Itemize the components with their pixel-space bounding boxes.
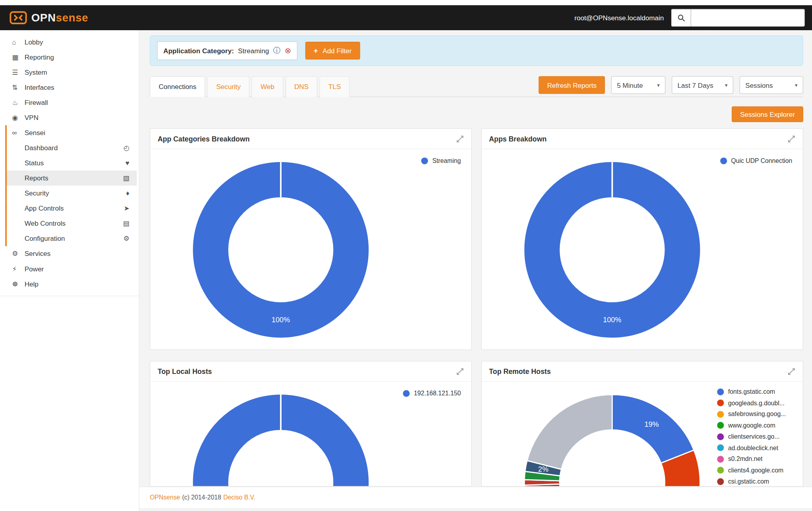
legend-dot [717, 399, 724, 406]
sidebar-item-power[interactable]: ⚡Power [5, 261, 137, 277]
donut-chart: 100% [185, 155, 376, 345]
legend-dot [717, 455, 724, 462]
page-footer: OPNsense (c) 2014-2018 Deciso B.V. [139, 487, 812, 508]
refresh-reports-button[interactable]: Refresh Reports [539, 76, 605, 94]
sidebar: ⌂Lobby▦Reporting☰System⇅Interfaces♨Firew… [0, 30, 139, 511]
search-icon [677, 14, 685, 22]
legend-item: ad.doubleclick.net [717, 444, 796, 451]
sidebar-item-help[interactable]: ☸Help [5, 277, 137, 292]
sidebar-item-system[interactable]: ☰System [5, 65, 137, 80]
opnsense-footer-link[interactable]: OPNsense [150, 494, 180, 501]
info-icon[interactable]: ⓘ [273, 46, 280, 56]
plus-icon: + [314, 46, 318, 55]
deciso-footer-link[interactable]: Deciso B.V. [223, 494, 255, 501]
sessions-explorer-button[interactable]: Sessions Explorer [732, 106, 803, 122]
top-bar-right: root@OPNsense.localdomain [574, 9, 804, 27]
top-bar: OPNsense root@OPNsense.localdomain [0, 5, 812, 30]
sidebar-item-label: System [25, 68, 47, 76]
panel-app-categories-breakdown: App Categories Breakdown 100% Streaming [150, 128, 472, 350]
legend-item: safebrowsing.goog... [717, 410, 796, 418]
explorer-row: Sessions Explorer [150, 106, 803, 122]
legend-label: 192.168.121.150 [414, 389, 461, 397]
add-filter-button[interactable]: + Add Filter [305, 42, 360, 60]
donut-chart: 19%2% [517, 387, 707, 487]
sidebar-item-app-controls[interactable]: App Controls➤ [5, 201, 137, 216]
sidebar-item-lobby[interactable]: ⌂Lobby [5, 35, 137, 50]
legend-label: www.google.com [728, 422, 775, 429]
tab-connections[interactable]: Connections [150, 76, 205, 97]
expand-icon[interactable] [456, 368, 464, 376]
sidebar-item-label: Configuration [25, 235, 65, 243]
svg-text:2%: 2% [538, 465, 548, 473]
sidebar-item-label: Firewall [25, 99, 48, 106]
chevron-down-icon: ▾ [657, 82, 660, 88]
logged-in-user: root@OPNsense.localdomain [574, 14, 664, 22]
panel-title: Top Remote Hosts [489, 368, 551, 376]
sidebar-item-label: Web Controls [25, 220, 66, 228]
expand-icon[interactable] [788, 368, 796, 376]
fire-icon: ♨ [12, 99, 25, 106]
legend-item: 192.168.121.150 [403, 389, 461, 397]
mode-value: Sessions [745, 81, 773, 89]
svg-text:100%: 100% [271, 316, 289, 324]
search-input[interactable] [691, 9, 805, 27]
legend-dot [717, 467, 724, 474]
legend-item: csi.gstatic.com [717, 478, 796, 485]
sitemap-icon: ⇅ [12, 83, 25, 91]
legend-label: safebrowsing.goog... [728, 410, 786, 418]
area-chart-icon: ▧ [123, 174, 129, 182]
panel-top-remote-hosts: Top Remote Hosts 19%2% fonts.gstatic.com… [481, 361, 803, 486]
legend-dot [717, 411, 724, 418]
shield-icon: ♦ [126, 189, 130, 197]
sidebar-item-interfaces[interactable]: ⇅Interfaces [5, 80, 137, 95]
sidebar-item-dashboard[interactable]: Dashboard◴ [5, 140, 137, 155]
sidebar-item-label: Interfaces [25, 83, 54, 91]
tab-dns[interactable]: DNS [286, 76, 318, 97]
panel-top-local-hosts: Top Local Hosts 100% 192.168.121.150 [150, 361, 472, 486]
legend-label: ad.doubleclick.net [728, 444, 778, 451]
legend-label: Quic UDP Connection [731, 157, 793, 164]
sidebar-item-label: Dashboard [25, 144, 58, 152]
legend-item: www.google.com [717, 422, 796, 429]
panel-header: Apps Breakdown [482, 129, 802, 149]
panel-header: Top Remote Hosts [482, 362, 802, 382]
legend-dot [403, 390, 410, 397]
heartbeat-icon: ♥ [125, 159, 129, 167]
interval-select[interactable]: 5 Minute ▾ [611, 76, 666, 94]
sidebar-item-vpn[interactable]: ◉VPN [5, 110, 137, 125]
list-icon: ☰ [12, 68, 25, 76]
binoculars-icon: ∞ [12, 129, 25, 137]
legend-dot [422, 157, 428, 164]
report-controls: Refresh Reports 5 Minute ▾ Last 7 Days ▾… [539, 76, 803, 97]
remove-filter-icon[interactable]: ⊗ [285, 46, 291, 56]
legend-dot [717, 433, 724, 440]
svg-text:19%: 19% [644, 420, 659, 428]
sidebar-item-sensei[interactable]: ∞Sensei [5, 125, 137, 140]
sidebar-item-services[interactable]: ⚙Services [5, 246, 137, 261]
donut-chart: 100% [185, 387, 376, 487]
sidebar-item-reporting[interactable]: ▦Reporting [5, 50, 137, 65]
search-button[interactable] [671, 9, 691, 27]
tab-row: ConnectionsSecurityWebDNSTLS Refresh Rep… [150, 76, 803, 97]
panel-header: Top Local Hosts [150, 362, 471, 382]
sidebar-item-firewall[interactable]: ♨Firewall [5, 95, 137, 110]
tab-web[interactable]: Web [252, 76, 283, 97]
date-range-select[interactable]: Last 7 Days ▾ [672, 76, 733, 94]
sidebar-item-label: Lobby [25, 38, 43, 46]
sidebar-item-security[interactable]: Security♦ [5, 186, 137, 201]
legend-dot [717, 388, 724, 395]
opnsense-logo[interactable]: OPNsense [10, 11, 88, 25]
sidebar-item-configuration[interactable]: Configuration⚙ [5, 231, 137, 246]
sidebar-item-label: Reports [25, 174, 49, 182]
expand-icon[interactable] [456, 135, 464, 143]
tab-tls[interactable]: TLS [320, 76, 350, 97]
mode-select[interactable]: Sessions ▾ [740, 76, 803, 94]
sidebar-item-status[interactable]: Status♥ [5, 155, 137, 170]
sidebar-menu: ⌂Lobby▦Reporting☰System⇅Interfaces♨Firew… [0, 30, 139, 296]
legend-label: clients4.google.com [728, 466, 783, 474]
tab-security[interactable]: Security [207, 76, 249, 97]
sidebar-item-reports[interactable]: Reports▧ [5, 170, 137, 186]
expand-icon[interactable] [788, 135, 796, 143]
sidebar-item-web-controls[interactable]: Web Controls▤ [5, 216, 137, 231]
legend-item: googleads.g.doubl... [717, 399, 796, 406]
